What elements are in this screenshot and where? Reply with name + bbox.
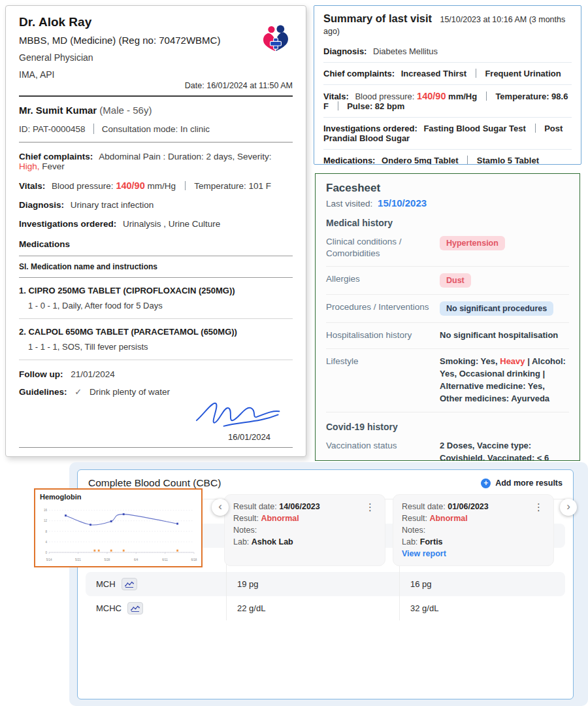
investigation-item: Fasting Blood Sugar Test <box>423 124 526 133</box>
lab-line: Lab: Ashok Lab <box>233 537 376 546</box>
lab-label: Lab: <box>233 537 249 546</box>
summary-title-row: Summary of last visit 15/10/2023 at 10:1… <box>323 12 572 37</box>
lab-label: Lab: <box>402 537 417 546</box>
lifestyle-pre: Smoking: Yes, <box>440 356 500 366</box>
result-card: Result date: 01/06/2023 ⋮ Result: Abnorm… <box>393 494 554 566</box>
result-value-cell: 22 g/dL <box>226 596 399 620</box>
medication-item: Stamlo 5 Tablet <box>477 156 539 165</box>
row-value: Dust <box>440 273 569 288</box>
row-label: Vaccination status <box>326 440 436 452</box>
consultation-mode: Consultation mode: In clinic <box>102 124 210 134</box>
cbc-table-row: MCH 19 pg 16 pg <box>86 572 565 596</box>
guidelines-label: Guidelines: <box>19 387 67 397</box>
divider <box>19 360 293 360</box>
result-date-line: Result date: 14/06/2023 ⋮ <box>233 502 376 511</box>
add-more-results-button[interactable]: + Add more results <box>481 479 563 488</box>
row-value: No significant procedures <box>440 301 569 316</box>
view-report-link[interactable]: View report <box>402 549 545 558</box>
diagnosis-value: Urinary tract infection <box>71 200 154 210</box>
divider <box>19 318 293 319</box>
last-visited-label: Last visited: <box>326 199 372 209</box>
diagnosis-label: Diagnosis: <box>323 46 367 56</box>
add-more-results-label: Add more results <box>495 479 563 488</box>
procedures-badge: No significant procedures <box>440 301 553 316</box>
result-line: Result: Abnormal <box>233 514 376 523</box>
result-line: Result: Abnormal <box>402 514 545 523</box>
last-visited-date: 15/10/2023 <box>378 197 427 209</box>
bp-unit: mm/Hg <box>148 181 176 191</box>
result-date: 14/06/2023 <box>279 502 320 511</box>
divider <box>19 142 293 143</box>
medication-item: 1. CIPRO 250MG TABLET (CIPROFLOXACIN (25… <box>19 286 293 311</box>
divider <box>19 447 293 448</box>
patient-name: Mr. Sumit Kumar <box>19 105 97 116</box>
follow-up-value: 21/01/2024 <box>71 369 115 379</box>
chief-complaints-label: Chief complaints: <box>19 152 93 161</box>
divider <box>323 149 572 150</box>
row-label: Clinical conditions / Comorbidities <box>326 236 436 260</box>
last-visited-line: Last visited: 15/10/2023 <box>326 197 569 209</box>
row-value: Smoking: Yes, Heavy | Alcohol: Yes, Occa… <box>440 356 569 405</box>
condition-badge: Hypertension <box>440 236 505 250</box>
pulse-value: Pulse: 82 bpm <box>347 101 404 111</box>
facesheet-title: Facesheet <box>326 182 569 195</box>
carousel-next-button[interactable]: › <box>560 499 577 516</box>
kebab-menu-icon[interactable]: ⋮ <box>531 501 546 513</box>
bp-unit: mm/Hg <box>448 92 477 101</box>
clinic-footer: Phone number: 9900000000 Easy Clinic 30,… <box>19 454 293 457</box>
result-value-cell: 16 pg <box>399 572 565 596</box>
medication-instructions: 1 - 0 - 1, Daily, After food for 5 Days <box>28 301 293 311</box>
row-label: Procedures / Interventions <box>326 301 436 313</box>
divider <box>185 181 186 190</box>
follow-up-label: Follow up: <box>19 369 63 379</box>
vitals-label: Vitals: <box>19 181 45 191</box>
investigations-line: Investigations ordered: Urinalysis , Uri… <box>19 219 293 229</box>
result-value-cell: 32 g/dL <box>399 596 565 620</box>
medications-label: Medications: <box>323 156 375 165</box>
trend-chart-icon[interactable] <box>127 602 143 614</box>
diagnosis-label: Diagnosis: <box>19 200 64 210</box>
summary-vitals-line: Vitals: Blood pressure: 140/90 mm/Hg Tem… <box>323 86 572 116</box>
medication-item: Ondero 5mg Tablet <box>382 156 459 165</box>
check-icon: ✓ <box>74 387 82 397</box>
vitals-label: Vitals: <box>323 92 349 101</box>
bp-label: Blood pressure: <box>52 181 114 191</box>
chief-item: Increased Thirst <box>401 69 466 78</box>
doctor-associations: IMA, API <box>19 69 293 80</box>
medical-history-title: Medical history <box>326 218 569 228</box>
notes-line: Notes: <box>233 526 376 535</box>
svg-text:12: 12 <box>44 519 47 522</box>
medication-item: 2. CALPOL 650MG TABLET (PARACETAMOL (650… <box>19 327 293 352</box>
result-date-label: Result date: <box>233 502 277 511</box>
cbc-table-row: MCHC 22 g/dL 32 g/dL <box>86 596 565 620</box>
trend-chart-icon[interactable] <box>122 578 137 590</box>
lab-value: Fortis <box>420 537 443 546</box>
row-label: Allergies <box>326 273 436 285</box>
result-value: Abnormal <box>261 514 299 523</box>
patient-id-line: ID: PAT-0000458Consultation mode: In cli… <box>19 124 293 134</box>
parameter-label: MCH <box>96 579 116 589</box>
divider <box>19 95 293 97</box>
plus-icon: + <box>481 479 491 488</box>
summary-chief-line: Chief complaints: Increased Thirst Frequ… <box>323 64 572 83</box>
result-date: 01/06/2023 <box>448 502 489 511</box>
temperature-value: Temperature: 101 F <box>194 181 271 191</box>
clinic-phone: Phone number: 9900000000 <box>19 454 293 457</box>
facesheet-row-procedures: Procedures / Interventions No significan… <box>326 295 569 323</box>
svg-text:6/4: 6/4 <box>134 558 139 562</box>
chief-label: Chief complaints: <box>323 69 395 78</box>
patient-id: ID: PAT-0000458 <box>19 124 86 134</box>
carousel-prev-button[interactable]: ‹ <box>212 499 229 516</box>
clinic-logo-icon <box>260 24 291 53</box>
row-value: No significant hospitalisation <box>440 329 569 342</box>
kebab-menu-icon[interactable]: ⋮ <box>363 501 378 513</box>
result-card: Result date: 14/06/2023 ⋮ Result: Abnorm… <box>224 494 385 566</box>
hemoglobin-trend-chart: 04812165/145/215/286/46/116/18 <box>40 502 198 562</box>
result-value: Abnormal <box>429 514 467 523</box>
medication-name: 1. CIPRO 250MG TABLET (CIPROFLOXACIN (25… <box>19 286 293 295</box>
investigations-value: Urinalysis , Urine Culture <box>123 219 220 229</box>
patient-name-line: Mr. Sumit Kumar (Male - 56y) <box>19 105 293 116</box>
result-value-cell: 19 pg <box>226 572 399 596</box>
row-value: Hypertension <box>440 236 569 250</box>
follow-up-line: Follow up: 21/01/2024 <box>19 369 293 379</box>
